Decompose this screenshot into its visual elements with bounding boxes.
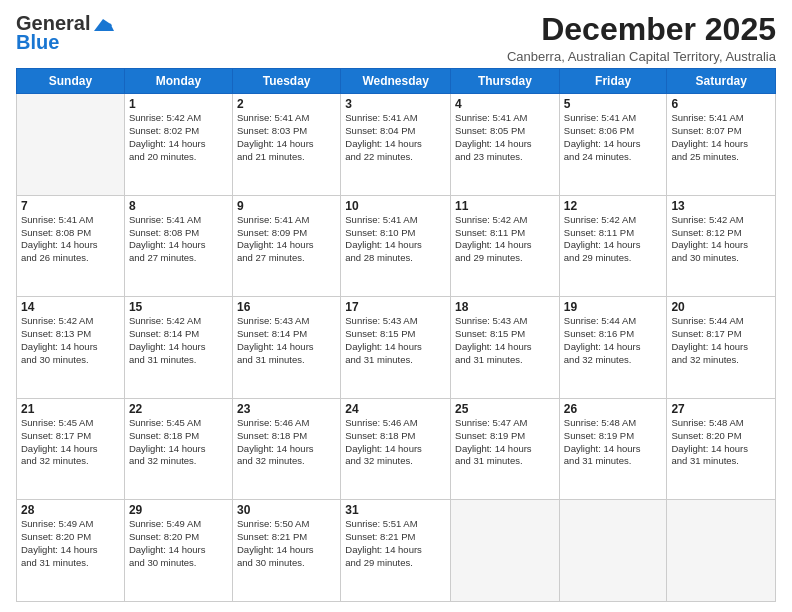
calendar-cell: 8Sunrise: 5:41 AMSunset: 8:08 PMDaylight…: [124, 195, 232, 297]
day-number: 14: [21, 300, 120, 314]
day-number: 2: [237, 97, 336, 111]
day-info: Sunrise: 5:41 AMSunset: 8:04 PMDaylight:…: [345, 112, 446, 163]
day-number: 27: [671, 402, 771, 416]
calendar-cell: 14Sunrise: 5:42 AMSunset: 8:13 PMDayligh…: [17, 297, 125, 399]
day-info: Sunrise: 5:41 AMSunset: 8:08 PMDaylight:…: [21, 214, 120, 265]
calendar-cell: 20Sunrise: 5:44 AMSunset: 8:17 PMDayligh…: [667, 297, 776, 399]
day-info: Sunrise: 5:41 AMSunset: 8:09 PMDaylight:…: [237, 214, 336, 265]
day-number: 26: [564, 402, 663, 416]
day-number: 18: [455, 300, 555, 314]
calendar-cell: 23Sunrise: 5:46 AMSunset: 8:18 PMDayligh…: [232, 398, 340, 500]
day-number: 11: [455, 199, 555, 213]
calendar-cell: 30Sunrise: 5:50 AMSunset: 8:21 PMDayligh…: [232, 500, 340, 602]
day-info: Sunrise: 5:49 AMSunset: 8:20 PMDaylight:…: [21, 518, 120, 569]
calendar-header-saturday: Saturday: [667, 69, 776, 94]
day-info: Sunrise: 5:42 AMSunset: 8:11 PMDaylight:…: [455, 214, 555, 265]
day-number: 3: [345, 97, 446, 111]
logo: General Blue: [16, 12, 114, 54]
day-number: 5: [564, 97, 663, 111]
calendar-header-friday: Friday: [559, 69, 667, 94]
calendar-week-4: 21Sunrise: 5:45 AMSunset: 8:17 PMDayligh…: [17, 398, 776, 500]
day-number: 20: [671, 300, 771, 314]
calendar-cell: 24Sunrise: 5:46 AMSunset: 8:18 PMDayligh…: [341, 398, 451, 500]
header: General Blue December 2025 Canberra, Aus…: [16, 12, 776, 64]
day-info: Sunrise: 5:45 AMSunset: 8:17 PMDaylight:…: [21, 417, 120, 468]
calendar-cell: 29Sunrise: 5:49 AMSunset: 8:20 PMDayligh…: [124, 500, 232, 602]
day-number: 17: [345, 300, 446, 314]
day-info: Sunrise: 5:42 AMSunset: 8:13 PMDaylight:…: [21, 315, 120, 366]
calendar-cell: 25Sunrise: 5:47 AMSunset: 8:19 PMDayligh…: [451, 398, 560, 500]
day-info: Sunrise: 5:42 AMSunset: 8:02 PMDaylight:…: [129, 112, 228, 163]
calendar-week-3: 14Sunrise: 5:42 AMSunset: 8:13 PMDayligh…: [17, 297, 776, 399]
day-info: Sunrise: 5:41 AMSunset: 8:05 PMDaylight:…: [455, 112, 555, 163]
day-info: Sunrise: 5:44 AMSunset: 8:17 PMDaylight:…: [671, 315, 771, 366]
calendar-cell: 4Sunrise: 5:41 AMSunset: 8:05 PMDaylight…: [451, 94, 560, 196]
logo-icon: [92, 17, 114, 33]
calendar-cell: 18Sunrise: 5:43 AMSunset: 8:15 PMDayligh…: [451, 297, 560, 399]
day-info: Sunrise: 5:47 AMSunset: 8:19 PMDaylight:…: [455, 417, 555, 468]
day-info: Sunrise: 5:41 AMSunset: 8:10 PMDaylight:…: [345, 214, 446, 265]
calendar-cell: [451, 500, 560, 602]
day-number: 6: [671, 97, 771, 111]
main-title: December 2025: [507, 12, 776, 47]
day-number: 8: [129, 199, 228, 213]
day-number: 1: [129, 97, 228, 111]
day-info: Sunrise: 5:45 AMSunset: 8:18 PMDaylight:…: [129, 417, 228, 468]
day-info: Sunrise: 5:43 AMSunset: 8:15 PMDaylight:…: [345, 315, 446, 366]
day-info: Sunrise: 5:41 AMSunset: 8:06 PMDaylight:…: [564, 112, 663, 163]
calendar-cell: 12Sunrise: 5:42 AMSunset: 8:11 PMDayligh…: [559, 195, 667, 297]
page: General Blue December 2025 Canberra, Aus…: [0, 0, 792, 612]
calendar-cell: 6Sunrise: 5:41 AMSunset: 8:07 PMDaylight…: [667, 94, 776, 196]
day-number: 28: [21, 503, 120, 517]
day-info: Sunrise: 5:43 AMSunset: 8:14 PMDaylight:…: [237, 315, 336, 366]
day-info: Sunrise: 5:49 AMSunset: 8:20 PMDaylight:…: [129, 518, 228, 569]
calendar-week-2: 7Sunrise: 5:41 AMSunset: 8:08 PMDaylight…: [17, 195, 776, 297]
day-number: 16: [237, 300, 336, 314]
calendar-cell: [17, 94, 125, 196]
calendar-cell: 17Sunrise: 5:43 AMSunset: 8:15 PMDayligh…: [341, 297, 451, 399]
day-number: 4: [455, 97, 555, 111]
calendar-header-monday: Monday: [124, 69, 232, 94]
calendar-header-wednesday: Wednesday: [341, 69, 451, 94]
day-number: 21: [21, 402, 120, 416]
calendar-cell: 3Sunrise: 5:41 AMSunset: 8:04 PMDaylight…: [341, 94, 451, 196]
day-info: Sunrise: 5:51 AMSunset: 8:21 PMDaylight:…: [345, 518, 446, 569]
day-number: 13: [671, 199, 771, 213]
day-number: 23: [237, 402, 336, 416]
calendar-cell: 31Sunrise: 5:51 AMSunset: 8:21 PMDayligh…: [341, 500, 451, 602]
calendar-cell: 28Sunrise: 5:49 AMSunset: 8:20 PMDayligh…: [17, 500, 125, 602]
calendar-cell: 15Sunrise: 5:42 AMSunset: 8:14 PMDayligh…: [124, 297, 232, 399]
calendar-week-5: 28Sunrise: 5:49 AMSunset: 8:20 PMDayligh…: [17, 500, 776, 602]
day-info: Sunrise: 5:41 AMSunset: 8:08 PMDaylight:…: [129, 214, 228, 265]
calendar-header-tuesday: Tuesday: [232, 69, 340, 94]
calendar-week-1: 1Sunrise: 5:42 AMSunset: 8:02 PMDaylight…: [17, 94, 776, 196]
day-info: Sunrise: 5:50 AMSunset: 8:21 PMDaylight:…: [237, 518, 336, 569]
calendar-cell: 1Sunrise: 5:42 AMSunset: 8:02 PMDaylight…: [124, 94, 232, 196]
day-number: 25: [455, 402, 555, 416]
calendar-cell: 19Sunrise: 5:44 AMSunset: 8:16 PMDayligh…: [559, 297, 667, 399]
day-number: 19: [564, 300, 663, 314]
day-info: Sunrise: 5:43 AMSunset: 8:15 PMDaylight:…: [455, 315, 555, 366]
day-number: 12: [564, 199, 663, 213]
day-info: Sunrise: 5:46 AMSunset: 8:18 PMDaylight:…: [345, 417, 446, 468]
day-info: Sunrise: 5:41 AMSunset: 8:03 PMDaylight:…: [237, 112, 336, 163]
calendar-cell: [667, 500, 776, 602]
calendar-header-thursday: Thursday: [451, 69, 560, 94]
logo-blue: Blue: [16, 31, 59, 54]
calendar-header-sunday: Sunday: [17, 69, 125, 94]
day-info: Sunrise: 5:42 AMSunset: 8:14 PMDaylight:…: [129, 315, 228, 366]
day-info: Sunrise: 5:48 AMSunset: 8:19 PMDaylight:…: [564, 417, 663, 468]
day-number: 29: [129, 503, 228, 517]
title-block: December 2025 Canberra, Australian Capit…: [507, 12, 776, 64]
calendar-cell: 22Sunrise: 5:45 AMSunset: 8:18 PMDayligh…: [124, 398, 232, 500]
day-number: 10: [345, 199, 446, 213]
day-number: 24: [345, 402, 446, 416]
calendar-cell: 27Sunrise: 5:48 AMSunset: 8:20 PMDayligh…: [667, 398, 776, 500]
day-info: Sunrise: 5:44 AMSunset: 8:16 PMDaylight:…: [564, 315, 663, 366]
day-info: Sunrise: 5:46 AMSunset: 8:18 PMDaylight:…: [237, 417, 336, 468]
calendar-cell: 26Sunrise: 5:48 AMSunset: 8:19 PMDayligh…: [559, 398, 667, 500]
calendar-cell: 16Sunrise: 5:43 AMSunset: 8:14 PMDayligh…: [232, 297, 340, 399]
day-number: 22: [129, 402, 228, 416]
subtitle: Canberra, Australian Capital Territory, …: [507, 49, 776, 64]
day-number: 9: [237, 199, 336, 213]
